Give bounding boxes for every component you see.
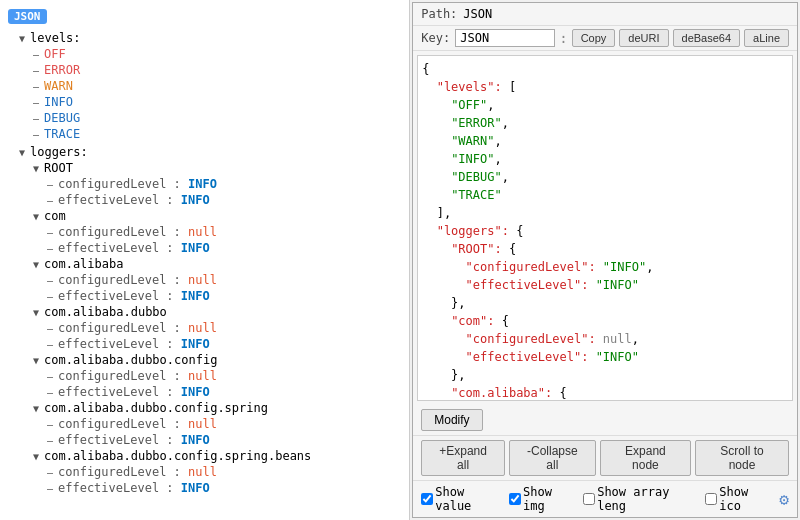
com-alibaba-dubbo-config-spring-beans-key: com.alibaba.dubbo.config.spring.beans	[44, 449, 311, 463]
level-trace[interactable]: — TRACE	[0, 126, 409, 142]
level-warn[interactable]: — WARN	[0, 78, 409, 94]
leaf-icon: —	[30, 128, 42, 140]
show-array-leng-label: Show array leng	[597, 485, 699, 513]
gear-icon[interactable]: ⚙	[779, 490, 789, 509]
leaf-icon: —	[44, 466, 56, 478]
root-toggle[interactable]: ▼ ROOT	[0, 160, 409, 176]
path-label: Path:	[421, 7, 457, 21]
prop-value: null	[188, 321, 217, 335]
json-root-item[interactable]: JSON	[0, 4, 409, 29]
levels-key: levels	[30, 31, 73, 45]
debase64-button[interactable]: deBase64	[673, 29, 741, 47]
com-toggle[interactable]: ▼ com	[0, 208, 409, 224]
root-configured-level[interactable]: — configuredLevel : INFO	[0, 176, 409, 192]
modify-row: Modify	[413, 405, 797, 435]
leaf-icon: —	[44, 274, 56, 286]
aline-button[interactable]: aLine	[744, 29, 789, 47]
leaf-icon: —	[44, 178, 56, 190]
leaf-icon: —	[30, 96, 42, 108]
show-ico-item: Show ico	[705, 485, 773, 513]
leaf-icon: —	[44, 386, 56, 398]
com-alibaba-dubbo-config-spring-configured-level[interactable]: — configuredLevel : null	[0, 416, 409, 432]
prop-value: null	[188, 273, 217, 287]
prop-value: INFO	[181, 481, 210, 495]
prop-value: null	[188, 369, 217, 383]
leaf-icon: —	[30, 64, 42, 76]
prop-value: INFO	[181, 385, 210, 399]
modify-button[interactable]: Modify	[421, 409, 482, 431]
show-img-checkbox[interactable]	[509, 493, 521, 505]
separator: :	[559, 30, 567, 46]
com-configured-level[interactable]: — configuredLevel : null	[0, 224, 409, 240]
deuri-button[interactable]: deURI	[619, 29, 668, 47]
prop-label: effectiveLevel :	[58, 481, 174, 495]
loggers-key: loggers	[30, 145, 81, 159]
leaf-icon: —	[44, 482, 56, 494]
com-alibaba-key: com.alibaba	[44, 257, 123, 271]
com-alibaba-dubbo-config-spring-beans-toggle[interactable]: ▼ com.alibaba.dubbo.config.spring.beans	[0, 448, 409, 464]
com-alibaba-configured-level[interactable]: — configuredLevel : null	[0, 272, 409, 288]
show-img-label: Show img	[523, 485, 577, 513]
key-row: Key: : Copy deURI deBase64 aLine	[413, 26, 797, 51]
expand-icon: ▼	[16, 32, 28, 44]
com-alibaba-dubbo-config-effective-level[interactable]: — effectiveLevel : INFO	[0, 384, 409, 400]
prop-value: INFO	[181, 193, 210, 207]
com-alibaba-dubbo-config-spring-effective-level[interactable]: — effectiveLevel : INFO	[0, 432, 409, 448]
com-alibaba-dubbo-effective-level[interactable]: — effectiveLevel : INFO	[0, 336, 409, 352]
loggers-toggle[interactable]: ▼ loggers :	[0, 144, 409, 160]
com-alibaba-dubbo-key: com.alibaba.dubbo	[44, 305, 167, 319]
com-alibaba-dubbo-config-configured-level[interactable]: — configuredLevel : null	[0, 368, 409, 384]
prop-label: configuredLevel :	[58, 273, 181, 287]
leaf-icon: —	[30, 48, 42, 60]
collapse-all-button[interactable]: -Collapse all	[509, 440, 596, 476]
root-key: ROOT	[44, 161, 73, 175]
json-content-area[interactable]: { "levels": [ "OFF", "ERROR", "WARN", "I…	[417, 55, 793, 401]
prop-label: configuredLevel :	[58, 369, 181, 383]
com-alibaba-dubbo-config-spring-beans-configured-level[interactable]: — configuredLevel : null	[0, 464, 409, 480]
expand-icon: ▼	[30, 306, 42, 318]
com-effective-level[interactable]: — effectiveLevel : INFO	[0, 240, 409, 256]
prop-label: effectiveLevel :	[58, 193, 174, 207]
leaf-icon: —	[44, 322, 56, 334]
com-alibaba-dubbo-config-spring-key: com.alibaba.dubbo.config.spring	[44, 401, 268, 415]
show-img-item: Show img	[509, 485, 577, 513]
level-info[interactable]: — INFO	[0, 94, 409, 110]
leaf-icon: —	[44, 370, 56, 382]
level-error[interactable]: — ERROR	[0, 62, 409, 78]
com-alibaba-effective-level[interactable]: — effectiveLevel : INFO	[0, 288, 409, 304]
prop-label: effectiveLevel :	[58, 337, 174, 351]
show-value-label: Show value	[435, 485, 503, 513]
levels-group: ▼ levels : — OFF — ERROR — WARN — INFO —…	[0, 29, 409, 143]
action-row: +Expand all -Collapse all Expand node Sc…	[413, 435, 797, 480]
prop-label: configuredLevel :	[58, 417, 181, 431]
show-ico-checkbox[interactable]	[705, 493, 717, 505]
root-effective-level[interactable]: — effectiveLevel : INFO	[0, 192, 409, 208]
com-alibaba-dubbo-config-spring-toggle[interactable]: ▼ com.alibaba.dubbo.config.spring	[0, 400, 409, 416]
level-off[interactable]: — OFF	[0, 46, 409, 62]
level-debug[interactable]: — DEBUG	[0, 110, 409, 126]
prop-value: INFO	[181, 289, 210, 303]
expand-icon: ▼	[30, 210, 42, 222]
show-options-row: Show value Show img Show array leng Show…	[413, 480, 797, 517]
expand-icon: ▼	[30, 402, 42, 414]
com-alibaba-toggle[interactable]: ▼ com.alibaba	[0, 256, 409, 272]
com-alibaba-dubbo-configured-level[interactable]: — configuredLevel : null	[0, 320, 409, 336]
expand-icon: ▼	[16, 146, 28, 158]
com-alibaba-dubbo-config-spring-beans-effective-level[interactable]: — effectiveLevel : INFO	[0, 480, 409, 496]
com-alibaba-dubbo-toggle[interactable]: ▼ com.alibaba.dubbo	[0, 304, 409, 320]
show-value-checkbox[interactable]	[421, 493, 433, 505]
copy-button[interactable]: Copy	[572, 29, 616, 47]
scroll-to-node-button[interactable]: Scroll to node	[695, 440, 789, 476]
show-ico-label: Show ico	[719, 485, 773, 513]
leaf-icon: —	[44, 434, 56, 446]
key-input[interactable]	[455, 29, 555, 47]
json-content: { "levels": [ "OFF", "ERROR", "WARN", "I…	[422, 60, 788, 401]
com-alibaba-dubbo-config-toggle[interactable]: ▼ com.alibaba.dubbo.config	[0, 352, 409, 368]
expand-all-button[interactable]: +Expand all	[421, 440, 505, 476]
expand-icon: ▼	[30, 162, 42, 174]
levels-toggle[interactable]: ▼ levels :	[0, 30, 409, 46]
show-array-leng-checkbox[interactable]	[583, 493, 595, 505]
expand-node-button[interactable]: Expand node	[600, 440, 691, 476]
prop-label: effectiveLevel :	[58, 385, 174, 399]
prop-label: configuredLevel :	[58, 465, 181, 479]
